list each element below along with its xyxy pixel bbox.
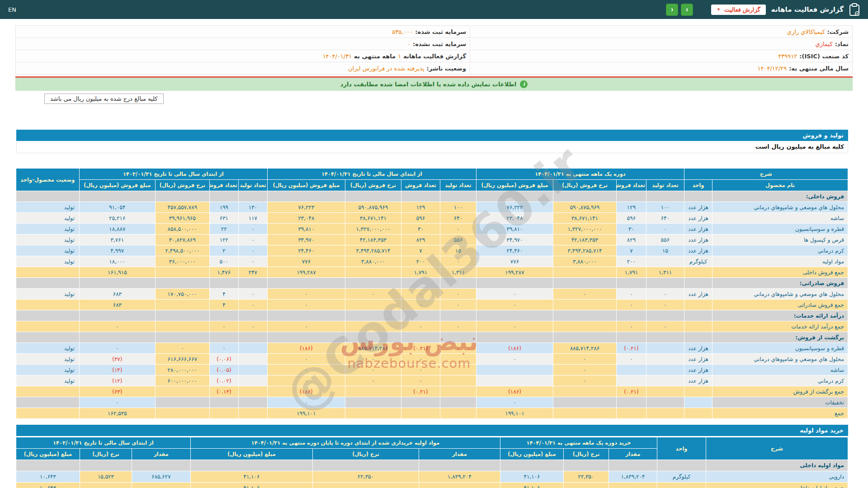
- table-cell: ۰: [238, 245, 267, 256]
- table-cell: ۰: [609, 483, 657, 488]
- product-name: محلول هاي موضعي و شامپوهاي درماني: [712, 289, 848, 300]
- row-label: فروش صادراتی:: [712, 278, 848, 289]
- table-cell: [440, 397, 476, 408]
- table-row: قرص و کپسول هاهزار عدد۵۵۶۸۲۹۴۲,۱۸۳,۳۵۳۳۴…: [16, 235, 848, 245]
- table-cell: (۱۴): [79, 365, 155, 375]
- table-cell: [616, 408, 646, 419]
- table-cell: ۳۸,۶۷۱,۱۴۱: [553, 213, 616, 224]
- table-cell: [401, 397, 440, 408]
- table-cell: ۲۰۰: [616, 256, 646, 267]
- row-label: درآمد ارائه خدمات:: [712, 310, 848, 321]
- table-cell: ۰: [267, 354, 345, 365]
- table-cell: [440, 354, 476, 365]
- table-cell: (۰.۲۱): [401, 343, 440, 354]
- section-row: مواد اولیه داخلی: [16, 460, 848, 471]
- table-cell: (۱۸۶): [476, 343, 553, 354]
- product-name: قطره و سوسپانسیون: [712, 224, 848, 235]
- table-cell: [209, 332, 238, 343]
- table-cell: [564, 460, 609, 471]
- table-cell: (۰.۲۱): [616, 343, 646, 354]
- table-cell: ۱۱۷: [238, 213, 267, 224]
- table-cell: ۰: [476, 300, 553, 310]
- table-cell: ۱۸,۸۸۷: [79, 224, 155, 235]
- col-header-amount: مقدار: [419, 449, 500, 460]
- table-cell: [646, 278, 684, 289]
- table-cell: [238, 343, 267, 354]
- product-name: کرم درماني: [712, 375, 848, 386]
- language-toggle-en[interactable]: EN: [8, 6, 16, 13]
- table-cell: ۸۸۵,۷۱۴,۲۸۶: [345, 343, 401, 354]
- previous-report-button[interactable]: ‹: [666, 4, 678, 16]
- table-cell: ۳۴,۹۷۰: [267, 235, 345, 245]
- table-cell: ۴۲,۱۸۳,۳۵۳: [345, 235, 401, 245]
- table-cell: [646, 365, 684, 375]
- info-value[interactable]: کیمیاکالاي رازي: [787, 28, 825, 35]
- report-type-dropdown[interactable]: گزارش فعالیت ▼: [711, 5, 766, 15]
- table-cell: ۵۹۶: [616, 213, 646, 224]
- table-cell: (۰.۰۶): [209, 354, 238, 365]
- table-cell: [209, 310, 238, 321]
- table-cell: [155, 278, 209, 289]
- group-header-desc: شرح: [706, 437, 848, 460]
- table-row: قطره و سوسپانسیونهزار عدد۰۳۰۱,۳۲۷,۰۰۰,۰۰…: [16, 224, 848, 235]
- company-info-cell: سال مالی منتهی به:۱۴۰۴/۱۲/۲۹: [470, 62, 852, 74]
- table-cell: ۷۷۶: [267, 256, 345, 267]
- material-name: دارویي: [706, 471, 848, 483]
- section-row: فروش صادراتی:: [16, 278, 848, 289]
- table-cell: ۴۲,۱۸۳,۳۵۳: [553, 235, 616, 245]
- table-cell: [440, 310, 476, 321]
- info-value[interactable]: کیمازي: [816, 41, 833, 47]
- status-cell: تولید: [16, 365, 79, 375]
- table-cell: [476, 191, 553, 202]
- table-cell: [238, 397, 267, 408]
- table-cell: ۲۲,۳۵۰: [564, 471, 609, 483]
- table-cell: [553, 191, 616, 202]
- table-cell: ۲۴,۴۶۰: [267, 245, 345, 256]
- row-label: جمع برگشت از فروش: [712, 386, 848, 397]
- table-cell: [646, 191, 684, 202]
- table-cell: ۰: [440, 289, 476, 300]
- table-cell: ۳,۸۸۰,۰۰۰: [345, 256, 401, 267]
- table-cell: ۲,۴۹۸,۵۰۰,۰۰۰: [155, 245, 209, 256]
- table-cell: ۰: [267, 300, 345, 310]
- table-cell: [616, 332, 646, 343]
- col-header-value: مبلغ (میلیون ریال): [500, 449, 563, 460]
- row-label: جمع فروش داخلی: [712, 267, 848, 278]
- table-cell: ۰: [401, 300, 440, 310]
- col-header-value: مبلغ (میلیون ریال): [16, 449, 80, 460]
- table-cell: [79, 332, 155, 343]
- table-cell: [500, 460, 563, 471]
- table-cell: ۰: [440, 300, 476, 310]
- table-cell: ۳۹,۹۶۱,۹۶۵: [155, 213, 209, 224]
- group-header-prev: از ابتدای سال مالی تا تاریخ ۱۴۰۳/۰۱/۳۱: [79, 169, 267, 180]
- table-row: محلول هاي موضعي و شامپوهاي درمانيهزار عد…: [16, 354, 848, 365]
- unit-cell: هزار عدد: [684, 224, 712, 235]
- table-cell: [267, 310, 345, 321]
- table-cell: ۷۶,۲۲۳: [267, 202, 345, 213]
- table-cell: [155, 408, 209, 419]
- table-cell: ۰: [646, 224, 684, 235]
- table-cell: ۱۲۹: [401, 202, 440, 213]
- table-cell: [646, 332, 684, 343]
- table-row: قطره و سوسپانسیونهزار عدد(۰.۲۱)۸۸۵,۷۱۴,۲…: [16, 343, 848, 354]
- status-cell: تولید: [16, 213, 79, 224]
- table-cell: ۲۵,۲۱۶: [79, 213, 155, 224]
- table-row: محلول هاي موضعي و شامپوهاي درمانيهزار عد…: [16, 289, 848, 300]
- report-type-dropdown-label: گزارش فعالیت: [724, 6, 760, 13]
- unit-cell: هزار عدد: [684, 235, 712, 245]
- signed-info-notice-text: اطلاعات نمایش داده شده با اطلاعات امضا ش…: [340, 81, 517, 88]
- table-cell: [553, 310, 616, 321]
- product-name: ساشه: [712, 213, 848, 224]
- table-cell: ۱۰۰: [646, 202, 684, 213]
- table-cell: ۶۴۰: [440, 213, 476, 224]
- table-cell: ۰: [267, 289, 345, 300]
- table-cell: [238, 408, 267, 419]
- product-name: ساشه: [712, 365, 848, 375]
- next-report-button[interactable]: ›: [681, 4, 693, 16]
- company-info-cell: نماد:کیمازي: [470, 38, 852, 50]
- company-info-cell: شرکت:کیمیاکالاي رازي: [470, 26, 852, 38]
- table-row: کرم درمانيهزار عدد۰۰۰۰(۰.۰۲)۶۰۰,۰۰۰,۰۰۰(…: [16, 375, 848, 386]
- col-header-amount: مقدار: [609, 449, 657, 460]
- row-label: جمع درآمد ارائه خدمات: [712, 321, 848, 332]
- table-cell: [16, 386, 79, 397]
